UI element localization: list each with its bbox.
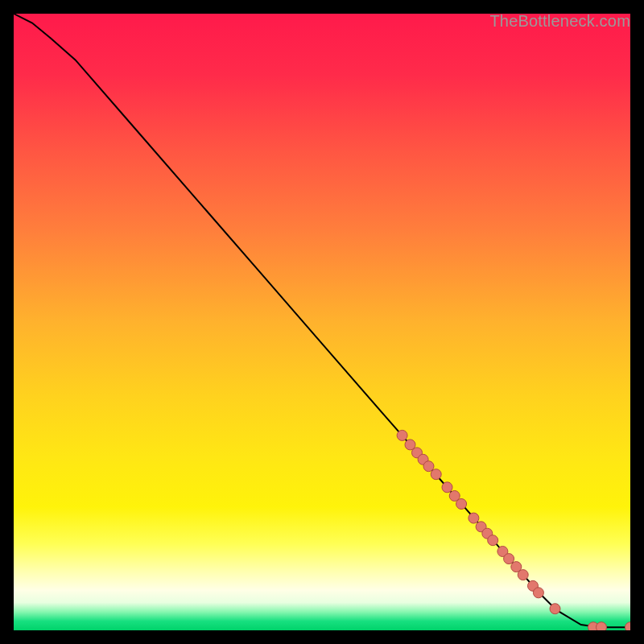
data-point (469, 513, 479, 523)
data-point (397, 430, 407, 440)
data-point (504, 554, 514, 564)
data-point (488, 535, 498, 546)
data-point (550, 604, 560, 614)
data-point (442, 482, 452, 493)
data-point (518, 570, 528, 580)
gradient-background (14, 14, 630, 630)
data-point (456, 499, 467, 510)
watermark-text: TheBottleneck.com (489, 12, 630, 31)
data-point (533, 588, 543, 598)
data-point (597, 622, 607, 630)
data-point (431, 469, 441, 480)
data-point (423, 461, 434, 472)
chart-frame: TheBottleneck.com (14, 14, 630, 630)
chart-svg (14, 14, 630, 630)
